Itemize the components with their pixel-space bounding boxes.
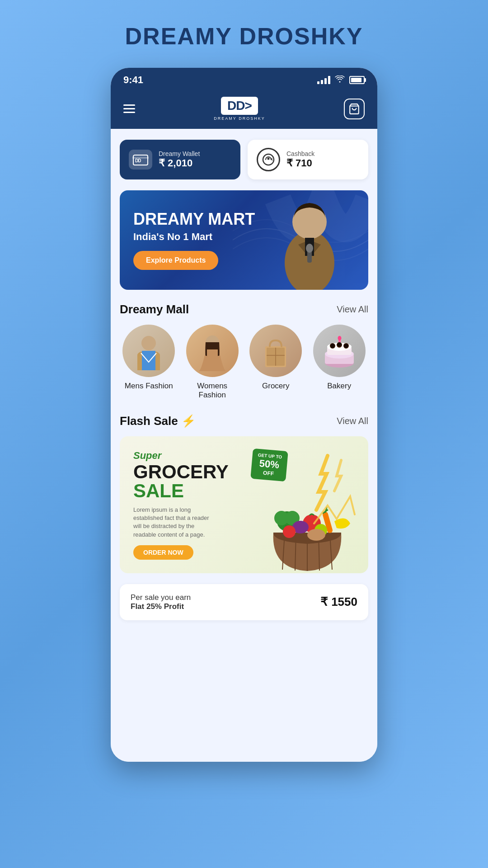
flash-sale-title: Flash Sale ⚡ [120,414,196,428]
order-now-button[interactable]: ORDER NOW [133,545,193,560]
category-item-womens[interactable]: Womens Fashion [183,325,242,400]
cashback-info: Cashback ₹ 710 [286,150,314,169]
flash-sale-view-all[interactable]: View All [337,416,368,426]
cashback-icon [257,148,280,171]
cashback-amount: ₹ 710 [286,157,314,169]
flash-super: Super [133,450,355,462]
wallet-amount: ₹ 2,010 [159,157,200,169]
category-item-mens[interactable]: Mens Fashion [120,325,178,400]
status-icons [317,75,365,85]
wifi-icon [335,75,345,85]
category-circle-mens [122,325,175,377]
nav-bar: DD> DREAMY DROSHKY [111,90,377,129]
svg-point-29 [330,344,335,348]
svg-rect-12 [142,351,155,370]
dreamy-mall-title: Dreamy Mall [120,302,189,316]
cashback-label: Cashback [286,150,314,157]
dreamy-mall-view-all[interactable]: View All [337,304,368,315]
wallet-label: Dreamy Wallet [159,150,200,157]
flash-content: Super GROCERY SALE Lorem ipsum is a long… [133,450,355,560]
earn-sublabel: Flat 25% Profit [131,602,191,611]
svg-point-5 [267,158,270,160]
earn-amount: ₹ 1550 [320,595,357,609]
promo-banner[interactable]: DREAMY MART India's No 1 Mart Explore Pr… [120,190,368,290]
wallet-icon: DD [129,150,152,170]
category-grid: Mens Fashion Womens Fashion [120,325,368,400]
category-item-bakery[interactable]: Bakery [310,325,369,400]
svg-point-30 [337,342,342,347]
cashback-card[interactable]: Cashback ₹ 710 [248,140,368,179]
svg-point-31 [344,344,348,348]
svg-rect-3 [132,157,149,159]
phone-frame: 9:41 DD> DREAMY DROSHKY [111,68,377,762]
flash-sale-text: SALE [133,481,355,500]
app-title: DREAMY DROSHKY [125,0,363,68]
flash-sale-badge: GET UP TO 50% OFF [251,448,288,482]
status-bar: 9:41 [111,68,377,90]
svg-point-28 [338,336,341,340]
signal-icon [317,76,330,84]
category-label-womens: Womens Fashion [183,382,242,400]
category-circle-grocery [249,325,302,377]
flash-grocery-text: GROCERY [133,462,355,481]
logo-dd: DD> [221,97,258,115]
banner-subtitle: India's No 1 Mart [133,231,355,243]
category-circle-womens [186,325,239,377]
logo-subtext: DREAMY DROSHKY [214,116,265,121]
wallet-info: Dreamy Wallet ₹ 2,010 [159,150,200,169]
category-item-grocery[interactable]: Grocery [247,325,305,400]
hamburger-menu[interactable] [123,104,135,113]
banner-content: DREAMY MART India's No 1 Mart Explore Pr… [133,210,355,270]
flash-sale-header: Flash Sale ⚡ View All [120,414,368,428]
nav-logo: DD> DREAMY DROSHKY [214,97,265,121]
lightning-icon: ⚡ [181,414,196,428]
banner-title: DREAMY MART [133,210,355,228]
category-label-mens: Mens Fashion [125,382,173,391]
cart-icon[interactable] [344,99,365,119]
flash-description: Lorem ipsum is a long established fact t… [133,506,215,539]
badge-percent: 50% [257,458,282,472]
wallet-card[interactable]: DD Dreamy Wallet ₹ 2,010 [120,140,240,179]
battery-icon [349,76,365,84]
earn-label: Per sale you earn [131,593,191,602]
earn-left: Per sale you earn Flat 25% Profit [131,593,191,611]
svg-rect-14 [207,349,218,358]
status-time: 9:41 [123,74,143,86]
category-label-grocery: Grocery [262,382,289,391]
earn-section: Per sale you earn Flat 25% Profit ₹ 1550 [120,584,368,620]
category-circle-bakery [313,325,366,377]
dreamy-mall-header: Dreamy Mall View All [120,302,368,316]
main-content: DD Dreamy Wallet ₹ 2,010 [111,129,377,762]
explore-products-button[interactable]: Explore Products [133,251,218,270]
flash-sale-banner[interactable]: Super GROCERY SALE Lorem ipsum is a long… [120,436,368,573]
wallet-row: DD Dreamy Wallet ₹ 2,010 [120,140,368,179]
category-label-bakery: Bakery [327,382,351,391]
svg-text:DD: DD [135,158,141,163]
svg-point-11 [141,336,156,350]
